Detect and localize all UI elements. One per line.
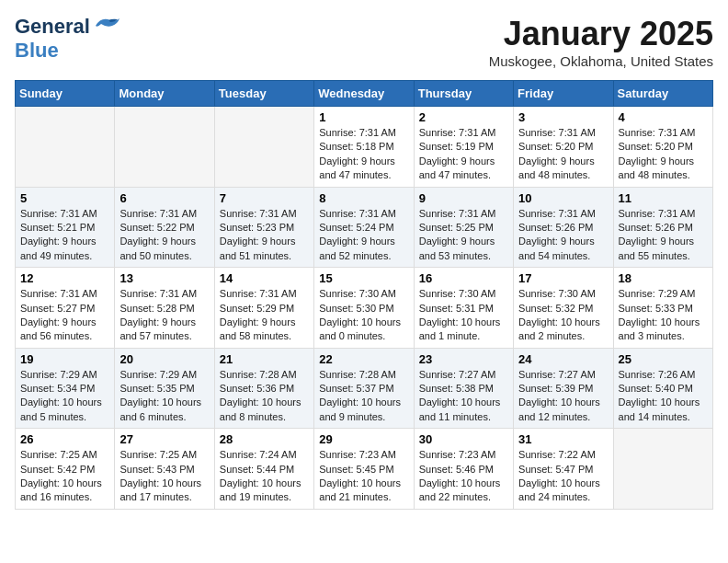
day-info: Sunrise: 7:26 AM Sunset: 5:40 PM Dayligh…: [619, 368, 708, 425]
day-info: Sunrise: 7:31 AM Sunset: 5:26 PM Dayligh…: [619, 207, 708, 264]
calendar-day-cell: 16Sunrise: 7:30 AM Sunset: 5:31 PM Dayli…: [414, 268, 513, 349]
calendar-day-cell: 11Sunrise: 7:31 AM Sunset: 5:26 PM Dayli…: [613, 187, 712, 268]
calendar-day-cell: 7Sunrise: 7:31 AM Sunset: 5:23 PM Daylig…: [214, 187, 313, 268]
calendar-day-cell: 14Sunrise: 7:31 AM Sunset: 5:29 PM Dayli…: [214, 268, 313, 349]
calendar-day-cell: 21Sunrise: 7:28 AM Sunset: 5:36 PM Dayli…: [214, 348, 313, 429]
calendar-day-cell: 8Sunrise: 7:31 AM Sunset: 5:24 PM Daylig…: [314, 187, 414, 268]
day-number: 28: [220, 432, 309, 446]
day-info: Sunrise: 7:23 AM Sunset: 5:46 PM Dayligh…: [419, 448, 508, 505]
calendar-day-cell: 19Sunrise: 7:29 AM Sunset: 5:34 PM Dayli…: [16, 348, 115, 429]
calendar-day-cell: 1Sunrise: 7:31 AM Sunset: 5:18 PM Daylig…: [314, 107, 414, 188]
calendar-day-cell: 15Sunrise: 7:30 AM Sunset: 5:30 PM Dayli…: [314, 268, 414, 349]
day-info: Sunrise: 7:25 AM Sunset: 5:43 PM Dayligh…: [119, 448, 209, 505]
calendar-day-cell: 2Sunrise: 7:31 AM Sunset: 5:19 PM Daylig…: [414, 107, 513, 188]
day-info: Sunrise: 7:31 AM Sunset: 5:23 PM Dayligh…: [220, 207, 309, 264]
day-number: 10: [518, 191, 608, 205]
calendar-day-cell: 20Sunrise: 7:29 AM Sunset: 5:35 PM Dayli…: [115, 348, 214, 429]
weekday-header-thursday: Thursday: [414, 81, 513, 107]
day-info: Sunrise: 7:31 AM Sunset: 5:19 PM Dayligh…: [419, 126, 508, 183]
day-number: 14: [220, 271, 309, 285]
month-title: January 2025: [489, 15, 713, 53]
day-info: Sunrise: 7:31 AM Sunset: 5:29 PM Dayligh…: [220, 287, 309, 344]
calendar-table: SundayMondayTuesdayWednesdayThursdayFrid…: [15, 80, 713, 510]
day-number: 6: [119, 191, 209, 205]
calendar-week-row: 5Sunrise: 7:31 AM Sunset: 5:21 PM Daylig…: [16, 187, 713, 268]
calendar-day-cell: 24Sunrise: 7:27 AM Sunset: 5:39 PM Dayli…: [514, 348, 613, 429]
calendar-day-cell: 29Sunrise: 7:23 AM Sunset: 5:45 PM Dayli…: [314, 429, 414, 510]
day-number: 16: [419, 271, 508, 285]
weekday-header-monday: Monday: [115, 81, 214, 107]
calendar-day-cell: 6Sunrise: 7:31 AM Sunset: 5:22 PM Daylig…: [115, 187, 214, 268]
day-info: Sunrise: 7:27 AM Sunset: 5:38 PM Dayligh…: [419, 368, 508, 425]
calendar-day-cell: 9Sunrise: 7:31 AM Sunset: 5:25 PM Daylig…: [414, 187, 513, 268]
day-info: Sunrise: 7:28 AM Sunset: 5:36 PM Dayligh…: [220, 368, 309, 425]
calendar-day-cell: 10Sunrise: 7:31 AM Sunset: 5:26 PM Dayli…: [514, 187, 613, 268]
calendar-day-cell: 5Sunrise: 7:31 AM Sunset: 5:21 PM Daylig…: [16, 187, 115, 268]
calendar-day-cell: 28Sunrise: 7:24 AM Sunset: 5:44 PM Dayli…: [214, 429, 313, 510]
day-number: 9: [419, 191, 508, 205]
day-info: Sunrise: 7:24 AM Sunset: 5:44 PM Dayligh…: [220, 448, 309, 505]
calendar-day-cell: 30Sunrise: 7:23 AM Sunset: 5:46 PM Dayli…: [414, 429, 513, 510]
day-info: Sunrise: 7:22 AM Sunset: 5:47 PM Dayligh…: [518, 448, 608, 505]
day-number: 20: [119, 352, 209, 366]
day-info: Sunrise: 7:31 AM Sunset: 5:21 PM Dayligh…: [20, 207, 109, 264]
logo-general: General: [15, 15, 90, 39]
logo-bird-icon: [92, 15, 121, 35]
calendar-week-row: 12Sunrise: 7:31 AM Sunset: 5:27 PM Dayli…: [16, 268, 713, 349]
day-info: Sunrise: 7:29 AM Sunset: 5:33 PM Dayligh…: [619, 287, 708, 344]
calendar-day-cell: [16, 107, 115, 188]
calendar-day-cell: 25Sunrise: 7:26 AM Sunset: 5:40 PM Dayli…: [613, 348, 712, 429]
day-number: 13: [119, 271, 209, 285]
day-info: Sunrise: 7:28 AM Sunset: 5:37 PM Dayligh…: [319, 368, 408, 425]
calendar-day-cell: 31Sunrise: 7:22 AM Sunset: 5:47 PM Dayli…: [514, 429, 613, 510]
day-number: 18: [619, 271, 708, 285]
day-number: 27: [119, 432, 209, 446]
calendar-day-cell: 26Sunrise: 7:25 AM Sunset: 5:42 PM Dayli…: [16, 429, 115, 510]
weekday-header-friday: Friday: [514, 81, 613, 107]
calendar-day-cell: 17Sunrise: 7:30 AM Sunset: 5:32 PM Dayli…: [514, 268, 613, 349]
page-header: General Blue January 2025 Muskogee, Okla…: [15, 15, 713, 69]
day-number: 19: [20, 352, 109, 366]
day-info: Sunrise: 7:31 AM Sunset: 5:22 PM Dayligh…: [119, 207, 209, 264]
logo: General Blue: [15, 15, 121, 63]
day-info: Sunrise: 7:31 AM Sunset: 5:18 PM Dayligh…: [319, 126, 408, 183]
day-number: 15: [319, 271, 408, 285]
day-number: 1: [319, 110, 408, 124]
day-info: Sunrise: 7:31 AM Sunset: 5:25 PM Dayligh…: [419, 207, 508, 264]
calendar-day-cell: [214, 107, 313, 188]
day-number: 22: [319, 352, 408, 366]
day-info: Sunrise: 7:29 AM Sunset: 5:35 PM Dayligh…: [119, 368, 209, 425]
calendar-day-cell: 3Sunrise: 7:31 AM Sunset: 5:20 PM Daylig…: [514, 107, 613, 188]
location: Muskogee, Oklahoma, United States: [489, 53, 713, 69]
day-number: 4: [619, 110, 708, 124]
weekday-header-wednesday: Wednesday: [314, 81, 414, 107]
calendar-day-cell: 22Sunrise: 7:28 AM Sunset: 5:37 PM Dayli…: [314, 348, 414, 429]
day-info: Sunrise: 7:31 AM Sunset: 5:20 PM Dayligh…: [619, 126, 708, 183]
day-info: Sunrise: 7:27 AM Sunset: 5:39 PM Dayligh…: [518, 368, 608, 425]
day-number: 12: [20, 271, 109, 285]
calendar-week-row: 19Sunrise: 7:29 AM Sunset: 5:34 PM Dayli…: [16, 348, 713, 429]
weekday-header-sunday: Sunday: [16, 81, 115, 107]
day-info: Sunrise: 7:31 AM Sunset: 5:27 PM Dayligh…: [20, 287, 109, 344]
calendar-week-row: 26Sunrise: 7:25 AM Sunset: 5:42 PM Dayli…: [16, 429, 713, 510]
day-info: Sunrise: 7:30 AM Sunset: 5:30 PM Dayligh…: [319, 287, 408, 344]
day-info: Sunrise: 7:31 AM Sunset: 5:26 PM Dayligh…: [518, 207, 608, 264]
calendar-day-cell: 23Sunrise: 7:27 AM Sunset: 5:38 PM Dayli…: [414, 348, 513, 429]
calendar-day-cell: 13Sunrise: 7:31 AM Sunset: 5:28 PM Dayli…: [115, 268, 214, 349]
day-number: 5: [20, 191, 109, 205]
calendar-day-cell: 27Sunrise: 7:25 AM Sunset: 5:43 PM Dayli…: [115, 429, 214, 510]
day-number: 29: [319, 432, 408, 446]
day-number: 30: [419, 432, 508, 446]
day-number: 25: [619, 352, 708, 366]
day-number: 21: [220, 352, 309, 366]
day-number: 2: [419, 110, 508, 124]
day-info: Sunrise: 7:31 AM Sunset: 5:20 PM Dayligh…: [518, 126, 608, 183]
calendar-day-cell: 12Sunrise: 7:31 AM Sunset: 5:27 PM Dayli…: [16, 268, 115, 349]
weekday-header-saturday: Saturday: [613, 81, 712, 107]
day-info: Sunrise: 7:30 AM Sunset: 5:32 PM Dayligh…: [518, 287, 608, 344]
title-block: January 2025 Muskogee, Oklahoma, United …: [489, 15, 713, 69]
day-info: Sunrise: 7:29 AM Sunset: 5:34 PM Dayligh…: [20, 368, 109, 425]
day-number: 26: [20, 432, 109, 446]
day-number: 11: [619, 191, 708, 205]
day-number: 24: [518, 352, 608, 366]
